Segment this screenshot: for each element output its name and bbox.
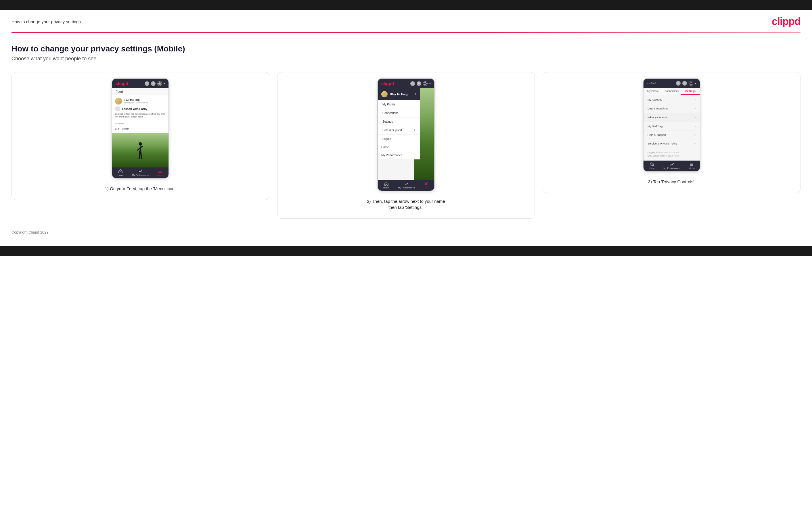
- step2-content: Blair McHarg ∧ My Profile Connections: [378, 88, 434, 180]
- phone-2-logo: clippd: [381, 81, 394, 86]
- phone-1-bottom-nav: Home My Performance Menu: [112, 167, 168, 178]
- svg-line-1: [148, 84, 148, 85]
- chevron-down-icon: ⌄: [414, 146, 417, 149]
- performance-nav-icon-2: [404, 182, 409, 186]
- footer: Copyright Clippd 2022: [0, 219, 812, 240]
- phone-3-bottom-nav: Home My Performance Menu: [644, 161, 700, 171]
- svg-point-16: [677, 82, 679, 84]
- phone-3-icons: ▾: [676, 81, 697, 86]
- settings-item-help: Help & Support ↗: [644, 131, 700, 139]
- chevron-up-icon: ∧: [414, 92, 417, 96]
- svg-point-0: [146, 82, 148, 84]
- svg-point-10: [411, 82, 413, 84]
- menu-item-settings: Settings: [378, 117, 420, 126]
- settings-icon-3: [689, 81, 693, 86]
- ext-link-icon-2: ↗: [694, 133, 696, 136]
- post-lesson-title: Lesson with Fordy: [122, 107, 147, 111]
- nav-close-2: ×: [423, 182, 429, 189]
- menu-section-performance: My Performance ⌄: [378, 151, 420, 159]
- steps-row: clippd ▾ Feed: [11, 72, 801, 219]
- performance-nav-icon-3: [669, 162, 674, 166]
- svg-line-11: [413, 84, 414, 85]
- page-subheading: Choose what you want people to see: [11, 56, 801, 62]
- menu-item-connections: Connections: [378, 109, 420, 117]
- post-avatar: [115, 98, 122, 105]
- phone-2-topbar: clippd ▾: [378, 79, 434, 88]
- settings-item-privacy-controls: Privacy Controls ›: [644, 113, 700, 122]
- search-icon-3: [676, 81, 680, 86]
- settings-icon: [157, 81, 162, 86]
- golf-image-1: [112, 133, 168, 167]
- version-info: Clippd Client Version: 2022.8.3-3 GQL Se…: [644, 148, 700, 161]
- tab-settings: Settings: [681, 88, 700, 95]
- feed-post: Blair McHarg Yesterday · Sunningdale Les…: [112, 95, 168, 133]
- post-username: Blair McHarg: [123, 99, 148, 101]
- phone-1-logo: clippd: [115, 81, 128, 86]
- home-nav-icon-3: [649, 162, 654, 166]
- menu-user-left: Blair McHarg: [381, 91, 408, 97]
- settings-item-privacy-policy: Service & Privacy Policy ↗: [644, 139, 700, 148]
- header: How to change your privacy settings clip…: [0, 10, 812, 27]
- phone-2-icons: ▾: [410, 81, 431, 86]
- user-icon-2: [417, 81, 421, 86]
- settings-list: My Account › Data Integrations › Privacy…: [644, 95, 700, 148]
- svg-line-17: [679, 84, 680, 85]
- home-nav-icon: [118, 169, 123, 173]
- back-button: ‹ < Back: [647, 82, 657, 85]
- feed-tab: Feed: [112, 88, 168, 95]
- nav-home-1: Home: [117, 169, 123, 176]
- step-3-caption: 3) Tap 'Privacy Controls'.: [648, 179, 696, 185]
- chevron-right-icon-2: ›: [695, 107, 696, 110]
- chevron-right-icon-4: ›: [695, 124, 696, 128]
- gql-version: GQL Server Version: 2022.7.30-1: [648, 154, 696, 158]
- post-text: Looking to feel like my hands are exitin…: [115, 113, 166, 119]
- post-user-info: Blair McHarg Yesterday · Sunningdale: [123, 99, 148, 104]
- menu-nav-icon-3: [689, 162, 694, 166]
- back-chevron-icon: ‹: [647, 82, 648, 85]
- step-2-phone: clippd ▾: [377, 78, 435, 191]
- settings-item-data-integrations: Data Integrations ›: [644, 104, 700, 113]
- step-1-caption: 1) On your Feed, tap the 'Menu' icon.: [105, 185, 176, 191]
- nav-performance-2: My Performance: [398, 182, 415, 189]
- step-1-card: clippd ▾ Feed: [11, 72, 269, 200]
- phone-1-icons: ▾: [145, 81, 165, 86]
- header-title: How to change your privacy settings: [11, 19, 81, 24]
- dropdown-icon-2: ▾: [429, 82, 431, 85]
- menu-user-row: Blair McHarg ∧: [378, 88, 420, 100]
- nav-performance-1: My Performance: [132, 169, 149, 176]
- post-date: Yesterday · Sunningdale: [123, 101, 148, 104]
- nav-menu-1: Menu: [157, 169, 163, 176]
- menu-nav-icon: [158, 169, 163, 173]
- step-3-phone: ‹ < Back ▾: [643, 78, 701, 172]
- chevron-down-icon-2: ⌄: [414, 154, 417, 157]
- step2-menu-panel: Blair McHarg ∧ My Profile Connections: [378, 88, 420, 159]
- settings-tabs: My Profile Connections Settings: [644, 88, 700, 95]
- search-icon-2: [410, 81, 415, 86]
- nav-menu-3: Menu: [689, 162, 695, 169]
- close-nav-icon: [423, 182, 429, 186]
- nav-home-2: Home: [383, 182, 389, 189]
- post-duration: Duration 01 hr : 30 min: [115, 120, 166, 131]
- post-title-row: Lesson with Fordy: [115, 106, 166, 111]
- nav-performance-3: My Performance: [663, 162, 680, 169]
- menu-user-avatar: [381, 91, 388, 97]
- copyright-text: Copyright Clippd 2022: [11, 230, 49, 234]
- svg-point-13: [424, 82, 426, 85]
- menu-item-help: Help & Support ↗: [378, 126, 420, 135]
- dropdown-icon-3: ▾: [695, 82, 697, 85]
- user-icon-3: [682, 81, 687, 86]
- step-1-phone: clippd ▾ Feed: [111, 78, 169, 179]
- top-bar: [0, 0, 812, 10]
- step-2-caption: 2) Then, tap the arrow next to your name…: [366, 198, 446, 210]
- page-heading: How to change your privacy settings (Mob…: [11, 44, 801, 53]
- step-3-card: ‹ < Back ▾: [543, 72, 801, 193]
- dropdown-icon: ▾: [164, 82, 165, 85]
- phone-3-backbar: ‹ < Back ▾: [644, 79, 700, 88]
- menu-item-my-profile: My Profile: [378, 100, 420, 109]
- nav-home-3: Home: [649, 162, 655, 169]
- user-icon: [151, 81, 156, 86]
- ext-link-icon-3: ↗: [694, 142, 696, 145]
- settings-item-my-account: My Account ›: [644, 95, 700, 104]
- search-icon: [145, 81, 149, 86]
- post-user-row: Blair McHarg Yesterday · Sunningdale: [115, 98, 166, 105]
